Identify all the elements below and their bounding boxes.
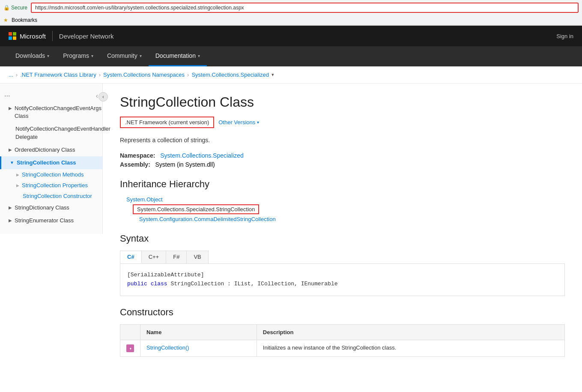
syntax-tabs: C# C++ F# VB (120, 251, 209, 263)
ms-logo[interactable]: Microsoft (9, 32, 46, 40)
sub-arrow-2: ▶ (16, 183, 19, 188)
sidebar-item-notifycollectionchangedeventargs[interactable]: ▶ NotifyCollectionChangedEventArgs Class (0, 102, 102, 123)
sidebar-item-label-3: OrderedDictionary Class (15, 146, 75, 154)
inheritance-link-0[interactable]: System.Object (126, 196, 163, 203)
header-divider (52, 31, 53, 41)
constructor-name-cell: StringCollection() (140, 340, 257, 356)
col-name-header: Name (140, 324, 257, 340)
namespace-label: Namespace: (120, 152, 155, 159)
address-bar[interactable] (31, 3, 579, 13)
community-chevron: ▾ (140, 54, 142, 58)
syntax-line2: public class StringCollection : IList, I… (127, 280, 558, 289)
sidebar-item-label-1: NotifyCollectionChangedEventArgs Class (15, 105, 101, 120)
table-header-row: Name Description (120, 324, 565, 340)
sidebar-item-ordereddictionary[interactable]: ▶ OrderedDictionary Class (0, 144, 102, 156)
sidebar-item-stringcollection[interactable]: ▼ StringCollection Class (0, 156, 102, 169)
assembly-value: System (in System.dll) (155, 161, 215, 168)
content-area: StringCollection Class .NET Framework (c… (103, 84, 582, 390)
page-description: Represents a collection of strings. (120, 137, 565, 144)
assembly-row: Assembly: System (in System.dll) (120, 161, 565, 168)
syntax-tab-fsharp[interactable]: F# (166, 251, 187, 263)
version-selector: .NET Framework (current version) Other V… (120, 117, 565, 128)
breadcrumb-ellipsis[interactable]: ... (9, 72, 13, 78)
breadcrumb-namespaces[interactable]: System.Collections Namespaces (103, 72, 185, 78)
sub-label-constructor: StringCollection Constructor (23, 193, 92, 199)
sub-arrow-1: ▶ (16, 173, 19, 177)
syntax-heading: Syntax (120, 233, 565, 244)
breadcrumb-dropdown[interactable]: ▾ (272, 72, 274, 78)
inheritance-item-2: System.Configuration.CommaDelimitedStrin… (139, 216, 565, 222)
syntax-tab-cpp[interactable]: C++ (142, 251, 167, 263)
other-versions-link[interactable]: Other Versions ▾ (218, 119, 259, 126)
inheritance-list: System.Object System.Collections.Special… (120, 196, 565, 222)
breadcrumb-sep-1: › (16, 72, 18, 78)
constructor-icon: ⬧ (126, 344, 134, 352)
namespace-row: Namespace: System.Collections.Specialize… (120, 152, 565, 159)
constructors-table: Name Description ⬧ StringCollection() In… (120, 324, 565, 357)
breadcrumb-sep-2: › (99, 72, 101, 78)
sidebar-item-notifycollectionchangedeventhandler[interactable]: NotifyCollectionChangedEventHandler Dele… (0, 123, 102, 143)
sidebar-wrapper: ··· ‹ ▶ NotifyCollectionChangedEventArgs… (0, 84, 103, 390)
constructors-heading: Constructors (120, 307, 565, 318)
inheritance-item-0: System.Object (126, 196, 565, 203)
inheritance-current: System.Collections.Specialized.StringCol… (133, 204, 259, 214)
syntax-tab-vb[interactable]: VB (187, 251, 208, 263)
secure-badge: 🔒 Secure (3, 5, 27, 11)
ms-header: Microsoft Developer Network Sign in (0, 26, 582, 46)
main-layout: ··· ‹ ▶ NotifyCollectionChangedEventArgs… (0, 84, 582, 390)
ms-logo-squares (9, 32, 16, 40)
sidebar-item-label-5: StringDictionary Class (15, 204, 69, 212)
col-desc-header: Description (257, 324, 564, 340)
sidebar-sub-methods[interactable]: ▶ StringCollection Methods (0, 169, 102, 180)
constructor-link[interactable]: StringCollection() (146, 344, 189, 351)
assembly-label: Assembly: (120, 161, 150, 168)
nav-community[interactable]: Community ▾ (100, 46, 149, 66)
arrow-icon-3: ▶ (9, 147, 12, 153)
breadcrumb-sep-3: › (187, 72, 189, 78)
nav-documentation[interactable]: Documentation ▾ (149, 46, 207, 66)
nav-programs[interactable]: Programs ▾ (56, 46, 100, 66)
table-row: ⬧ StringCollection() Initializes a new i… (120, 340, 565, 356)
sub-label-methods: StringCollection Methods (22, 171, 84, 178)
inheritance-link-2[interactable]: System.Configuration.CommaDelimitedStrin… (139, 216, 276, 222)
inheritance-heading: Inheritance Hierarchy (120, 179, 565, 190)
sidebar-sub-properties[interactable]: ▶ StringCollection Properties (0, 180, 102, 191)
namespace-value[interactable]: System.Collections.Specialized (160, 152, 244, 159)
sub-label-properties: StringCollection Properties (22, 182, 88, 189)
breadcrumb: ... › .NET Framework Class Library › Sys… (0, 66, 582, 84)
programs-chevron: ▾ (91, 54, 93, 58)
bookmark-icon: ★ (3, 17, 8, 23)
arrow-icon-4: ▼ (10, 160, 14, 166)
sidebar-item-label-2: NotifyCollectionChangedEventHandler Dele… (15, 125, 110, 141)
signin-button[interactable]: Sign in (556, 33, 573, 39)
sidebar-sub-constructor[interactable]: StringCollection Constructor (0, 191, 102, 201)
arrow-icon-1: ▶ (9, 105, 12, 111)
sidebar-item-stringenumerator[interactable]: ▶ StringEnumerator Class (0, 214, 102, 227)
documentation-chevron: ▾ (198, 54, 200, 58)
sidebar-top: ··· ‹ (0, 90, 102, 102)
sidebar-ellipsis: ··· (4, 92, 10, 100)
nav-downloads[interactable]: Downloads ▾ (9, 46, 56, 66)
constructor-icon-cell: ⬧ (120, 340, 140, 356)
sidebar-collapse-button[interactable]: ‹ (98, 92, 108, 102)
page-title: StringCollection Class (120, 94, 565, 110)
breadcrumb-specialized[interactable]: System.Collections.Specialized (191, 72, 269, 78)
version-badge[interactable]: .NET Framework (current version) (120, 117, 214, 128)
syntax-tab-csharp[interactable]: C# (120, 251, 142, 263)
syntax-line1: [SerializableAttribute] (127, 271, 558, 280)
col-icon-header (120, 324, 140, 340)
sidebar-collapse-icon[interactable]: ‹ (96, 92, 98, 100)
arrow-icon-5: ▶ (9, 205, 12, 211)
ms-logo-text: Microsoft (20, 33, 46, 40)
nav-bar: Downloads ▾ Programs ▾ Community ▾ Docum… (0, 46, 582, 66)
bookmarks-label: Bookmarks (12, 17, 37, 23)
sidebar-item-label-6: StringEnumerator Class (15, 217, 74, 224)
other-versions-arrow: ▾ (257, 120, 259, 125)
lock-icon: 🔒 (3, 5, 10, 11)
sidebar-item-stringdictionary[interactable]: ▶ StringDictionary Class (0, 201, 102, 214)
sidebar-item-label-4: StringCollection Class (17, 159, 76, 167)
inheritance-item-1: System.Collections.Specialized.StringCol… (133, 204, 565, 214)
syntax-box: [SerializableAttribute] public class Str… (120, 263, 565, 296)
constructor-desc-cell: Initializes a new instance of the String… (257, 340, 564, 356)
breadcrumb-netframework[interactable]: .NET Framework Class Library (20, 72, 96, 78)
